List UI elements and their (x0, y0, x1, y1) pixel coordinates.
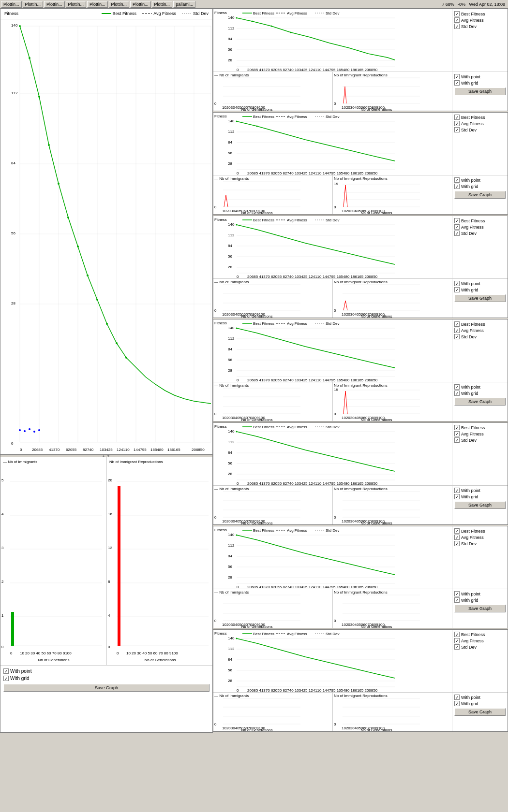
left-with-point-check[interactable]: ✓ (3, 668, 9, 674)
with-grid-check-6[interactable]: ✓ (454, 597, 460, 603)
avg-check-6[interactable]: ✓ (454, 535, 460, 540)
svg-text:28: 28 (228, 58, 232, 62)
std-check-5[interactable]: ✓ (454, 437, 460, 443)
taskbar-btn-2[interactable]: Plottin... (23, 1, 44, 8)
save-graph-btn-6[interactable]: Save Graph (454, 605, 506, 612)
fitness-legend-3: ✓Best Fitness ✓Avg Fitness ✓Std Dev (452, 216, 508, 279)
svg-text:0: 0 (334, 205, 336, 209)
svg-text:4: 4 (1, 512, 4, 516)
avg-check-4[interactable]: ✓ (454, 328, 460, 333)
with-grid-check-2[interactable]: ✓ (454, 184, 460, 189)
best-check-6[interactable]: ✓ (454, 528, 460, 534)
with-point-check-3[interactable]: ✓ (454, 281, 460, 286)
chart-group-5: Fitness 140 112 84 56 28 (213, 422, 508, 525)
save-graph-btn-4[interactable]: Save Graph (454, 398, 506, 406)
std-check-6[interactable]: ✓ (454, 541, 460, 546)
save-graph-btn-5[interactable]: Save Graph (454, 501, 506, 509)
with-point-check-4[interactable]: ✓ (454, 384, 460, 390)
best-check-5[interactable]: ✓ (454, 425, 460, 430)
avg-check-2[interactable]: ✓ (454, 121, 460, 126)
svg-text:8: 8 (108, 580, 110, 584)
taskbar-btn-1[interactable]: Plottin... (1, 1, 22, 8)
svg-text:0: 0 (20, 448, 22, 452)
save-graph-btn-1[interactable]: Save Graph (454, 87, 506, 95)
svg-text:20685: 20685 (32, 448, 43, 452)
svg-text:84: 84 (228, 657, 232, 662)
controls-2: ✓With point ✓With grid Save Graph (452, 175, 508, 214)
svg-point-102 (252, 21, 253, 22)
svg-point-30 (58, 183, 60, 185)
taskbar-btn-8[interactable]: Plottin... (152, 1, 173, 8)
svg-point-37 (125, 357, 127, 359)
legend-std-label: Std Dev (193, 11, 209, 16)
with-grid-check-3[interactable]: ✓ (454, 287, 460, 292)
with-point-label-1: With point (461, 74, 480, 79)
with-grid-check-5[interactable]: ✓ (454, 494, 460, 499)
immigrants-repro-2: Nb of Immigrant Reproductions 19 0 10203… (333, 175, 452, 214)
taskbar-btn-6[interactable]: Plottin... (109, 1, 130, 8)
with-point-check-6[interactable]: ✓ (454, 591, 460, 596)
std-check-2[interactable]: ✓ (454, 127, 460, 132)
with-grid-check-7[interactable]: ✓ (454, 701, 460, 706)
with-point-check-1[interactable]: ✓ (454, 74, 460, 79)
svg-text:Std Dev: Std Dev (326, 115, 339, 119)
svg-text:0: 0 (237, 688, 239, 693)
svg-text:5: 5 (1, 478, 4, 482)
taskbar-btn-7[interactable]: Plottin... (130, 1, 151, 8)
svg-text:140: 140 (228, 222, 235, 227)
std-check-1: ✓ Std Dev (454, 24, 506, 29)
best-check-7[interactable]: ✓ (454, 632, 460, 637)
immigrants-repro-1: Nb of Immigrant Reproductions 0 10203040… (333, 72, 452, 111)
svg-text:19: 19 (334, 182, 338, 186)
std-check-3[interactable]: ✓ (454, 231, 460, 236)
with-point-check-2[interactable]: ✓ (454, 177, 460, 183)
best-check-2[interactable]: ✓ (454, 115, 460, 120)
std-box-1[interactable]: ✓ (454, 24, 460, 29)
avg-check-5[interactable]: ✓ (454, 431, 460, 436)
best-check-1[interactable]: ✓ (454, 11, 460, 16)
avg-check-3[interactable]: ✓ (454, 224, 460, 230)
fitness-chart-6: Fitness 140 112 84 56 28 (213, 526, 452, 589)
taskbar-btn-4[interactable]: Plottin... (66, 1, 87, 8)
best-check-4[interactable]: ✓ (454, 321, 460, 327)
svg-text:Avg Fitness: Avg Fitness (287, 218, 307, 222)
immigrants-chart-3: — Nb of Immigrants 0 1020304050607080910… (213, 279, 333, 318)
svg-text:140: 140 (228, 636, 235, 640)
svg-text:112: 112 (228, 543, 235, 548)
svg-text:0: 0 (334, 412, 336, 416)
svg-text:56: 56 (228, 151, 232, 155)
fitness-legend-4: ✓Best Fitness ✓Avg Fitness ✓Std Dev (452, 319, 508, 382)
taskbar-clock: ♪ 68% | -0% Wed Apr 02, 18:08 (442, 2, 507, 7)
svg-rect-85 (118, 486, 120, 646)
std-check-4[interactable]: ✓ (454, 334, 460, 339)
avg-check-7[interactable]: ✓ (454, 638, 460, 643)
svg-text:112: 112 (228, 440, 235, 444)
save-graph-btn-3[interactable]: Save Graph (454, 294, 506, 302)
taskbar-btn-5[interactable]: Plottin... (87, 1, 108, 8)
svg-text:0: 0 (214, 619, 217, 623)
best-check-3[interactable]: ✓ (454, 218, 460, 223)
svg-text:20: 20 (108, 478, 112, 482)
with-point-check-5[interactable]: ✓ (454, 488, 460, 493)
svg-text:0: 0 (334, 515, 336, 520)
left-save-graph-btn[interactable]: Save Graph (3, 684, 209, 692)
with-point-check-7[interactable]: ✓ (454, 695, 460, 700)
svg-text:Avg Fitness: Avg Fitness (287, 11, 307, 15)
with-grid-check-4[interactable]: ✓ (454, 391, 460, 396)
std-check-7[interactable]: ✓ (454, 644, 460, 650)
svg-text:Fitness: Fitness (214, 631, 227, 636)
save-graph-btn-7[interactable]: Save Graph (454, 708, 506, 716)
taskbar-btn-pallami[interactable]: pallami... (173, 1, 195, 8)
save-graph-btn-2[interactable]: Save Graph (454, 191, 506, 199)
svg-text:Fitness: Fitness (214, 321, 227, 325)
with-grid-check-1[interactable]: ✓ (454, 80, 460, 86)
svg-text:Nb of Immigrant Reproductions: Nb of Immigrant Reproductions (109, 460, 163, 464)
svg-text:Best Fitness: Best Fitness (253, 528, 274, 533)
svg-text:84: 84 (228, 347, 232, 351)
svg-text:10 20 30 40 50 60 70 80 9100: 10 20 30 40 50 60 70 80 9100 (126, 651, 178, 655)
left-with-grid-check[interactable]: ✓ (3, 676, 9, 681)
svg-point-220 (236, 328, 238, 329)
avg-check-1[interactable]: ✓ (454, 17, 460, 23)
taskbar-btn-3[interactable]: Plottin... (44, 1, 65, 8)
avg-fitness-check-1: ✓ Avg Fitness (454, 17, 506, 23)
